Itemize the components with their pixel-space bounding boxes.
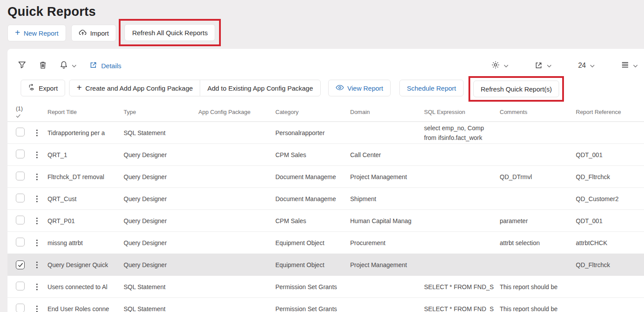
table-row[interactable]: Tidrapportering per a SQL Statement Pers… xyxy=(7,122,644,144)
cell-comments xyxy=(500,188,576,210)
cell-report-reference: QDT_001 xyxy=(576,210,644,232)
delete-button[interactable] xyxy=(39,61,47,70)
cell-category: Personalrapporter xyxy=(275,122,350,144)
kebab-icon[interactable] xyxy=(33,194,40,204)
row-checkbox[interactable] xyxy=(16,150,25,158)
row-checkbox[interactable] xyxy=(16,128,25,136)
create-and-add-app-config-package-button[interactable]: + Create and Add App Config Package xyxy=(69,80,200,96)
table-row[interactable]: Query Designer Quick Query Designer Equi… xyxy=(7,254,644,276)
cell-type: Query Designer xyxy=(124,144,198,166)
export-preview-icon xyxy=(28,84,35,92)
cell-comments: parameter xyxy=(500,210,576,232)
cell-category: CPM Sales xyxy=(275,144,350,166)
column-header-comments[interactable]: Comments xyxy=(500,109,576,115)
refresh-all-highlight: Refresh All Quick Reports xyxy=(119,19,221,46)
table-row[interactable]: QRT_P01 Query Designer CPM Sales Human C… xyxy=(7,210,644,232)
table-body: Tidrapportering per a SQL Statement Pers… xyxy=(7,122,644,312)
row-checkbox[interactable] xyxy=(16,238,25,246)
cell-report-reference: QDT_001 xyxy=(576,144,644,166)
cell-report-reference: QD_Fltrchck xyxy=(576,254,644,276)
table-header: (1) Report Title Type App Config Package… xyxy=(7,103,644,122)
kebab-icon[interactable] xyxy=(33,150,40,160)
page-size-selector[interactable]: 24 xyxy=(578,62,595,70)
kebab-icon[interactable] xyxy=(33,282,40,292)
cell-app-config-package xyxy=(198,276,275,298)
refresh-all-quick-reports-button[interactable]: Refresh All Quick Reports xyxy=(124,24,215,41)
cell-type: Query Designer xyxy=(124,188,198,210)
column-header-category[interactable]: Category xyxy=(275,109,350,115)
table-row[interactable]: Fltrchck_DT removal Query Designer Docum… xyxy=(7,166,644,188)
funnel-icon xyxy=(18,61,26,70)
cell-report-title: Query Designer Quick xyxy=(48,254,124,276)
cell-sql-expression: SELECT * FROM FND_S xyxy=(424,304,500,312)
table-row[interactable]: QRT_1 Query Designer CPM Sales Call Cent… xyxy=(7,144,644,166)
quick-reports-panel: Details xyxy=(7,49,644,312)
chevron-down-icon xyxy=(504,62,509,69)
plus-icon: + xyxy=(77,83,82,92)
column-header-domain[interactable]: Domain xyxy=(350,109,424,115)
row-density-button[interactable] xyxy=(621,62,638,70)
gear-icon xyxy=(491,61,500,70)
selection-actions: Export + Create and Add App Config Packa… xyxy=(21,76,638,100)
trash-icon xyxy=(39,61,47,70)
kebab-icon[interactable] xyxy=(33,304,40,312)
schedule-report-button[interactable]: Schedule Report xyxy=(399,80,464,96)
new-report-button[interactable]: + New Report xyxy=(7,25,66,41)
row-checkbox[interactable] xyxy=(16,194,25,202)
kebab-icon[interactable] xyxy=(33,260,40,270)
column-header-type[interactable]: Type xyxy=(124,109,198,115)
kebab-icon[interactable] xyxy=(33,172,40,182)
cell-app-config-package xyxy=(198,254,275,276)
cell-domain: Project Management xyxy=(350,254,424,276)
cell-comments: attrbt selection xyxy=(500,232,576,254)
filter-button[interactable] xyxy=(18,61,26,70)
cell-domain: Call Center xyxy=(350,144,424,166)
row-checkbox[interactable] xyxy=(16,172,25,180)
export-button[interactable]: Export xyxy=(21,80,65,96)
row-checkbox[interactable] xyxy=(16,282,25,290)
cell-report-reference xyxy=(576,298,644,312)
cell-comments: This report should be xyxy=(500,298,576,312)
kebab-icon[interactable] xyxy=(33,216,40,226)
row-checkbox[interactable] xyxy=(16,304,25,312)
table-row[interactable]: End User Roles conne SQL Statement Permi… xyxy=(7,298,644,312)
add-to-existing-app-config-package-button[interactable]: Add to Existing App Config Package xyxy=(200,80,320,96)
row-checkbox[interactable] xyxy=(16,261,25,269)
import-button[interactable]: Import xyxy=(71,25,117,41)
column-header-sql-expression[interactable]: SQL Expression xyxy=(424,109,500,115)
details-button[interactable]: Details xyxy=(90,61,121,70)
cell-category: Document Manageme xyxy=(275,188,350,210)
column-header-report-reference[interactable]: Report Reference xyxy=(576,109,644,115)
refresh-quick-reports-button[interactable]: Refresh Quick Report(s) xyxy=(473,81,560,97)
table-row[interactable]: Users connected to Al SQL Statement Perm… xyxy=(7,276,644,298)
table-row[interactable]: missng attrbt Query Designer Equipment O… xyxy=(7,232,644,254)
cell-category: Equipment Object xyxy=(275,254,350,276)
cell-app-config-package xyxy=(198,232,275,254)
row-checkbox[interactable] xyxy=(16,216,25,224)
kebab-icon[interactable] xyxy=(33,128,40,138)
table-row[interactable]: QRT_Cust Query Designer Document Managem… xyxy=(7,188,644,210)
share-icon xyxy=(535,61,543,70)
list-toolbar: Details xyxy=(18,58,638,73)
view-report-button[interactable]: View Report xyxy=(328,80,391,96)
cell-domain: Project Management xyxy=(350,166,424,188)
alerts-button[interactable] xyxy=(60,61,77,70)
cell-comments xyxy=(500,122,576,144)
page-title: Quick Reports xyxy=(7,4,644,19)
cell-report-title: Users connected to Al xyxy=(48,276,124,298)
cell-type: Query Designer xyxy=(124,166,198,188)
cell-comments xyxy=(500,254,576,276)
chevron-down-icon xyxy=(590,62,595,69)
chevron-down-icon xyxy=(547,62,552,69)
column-header-report-title[interactable]: Report Title xyxy=(48,109,124,115)
cell-report-title: QRT_Cust xyxy=(48,188,124,210)
settings-button[interactable] xyxy=(491,61,509,70)
kebab-icon[interactable] xyxy=(33,238,40,248)
cell-comments: QD_DTrmvl xyxy=(500,166,576,188)
share-button[interactable] xyxy=(535,61,552,70)
column-header-app-config-package[interactable]: App Config Package xyxy=(198,109,275,115)
cell-domain xyxy=(350,122,424,144)
cell-report-title: Fltrchck_DT removal xyxy=(48,166,124,188)
cell-category: Permission Set Grants xyxy=(275,298,350,312)
selection-count[interactable]: (1) xyxy=(13,105,33,119)
